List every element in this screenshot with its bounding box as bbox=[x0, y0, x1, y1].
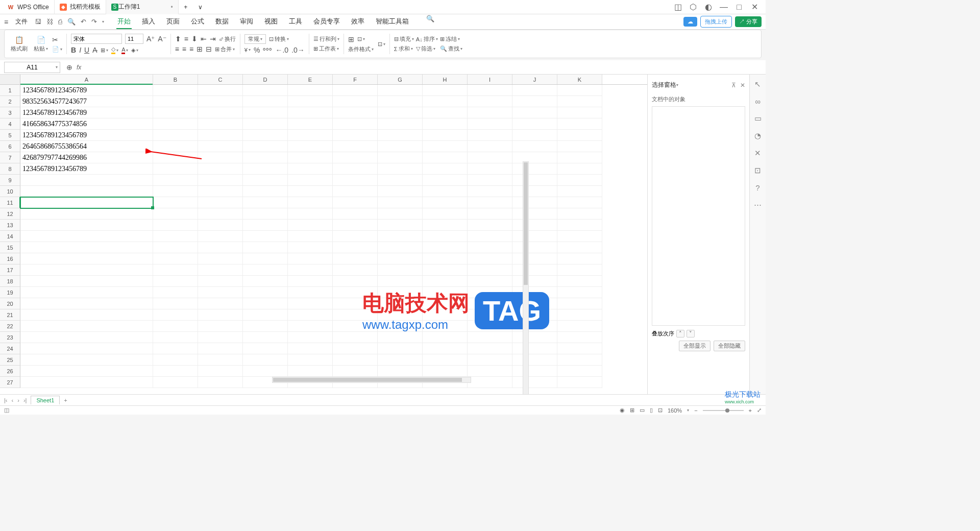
tab-page[interactable]: 页面 bbox=[165, 15, 181, 29]
cell-G7[interactable] bbox=[378, 152, 423, 163]
align-right-icon[interactable]: ≡ bbox=[189, 45, 193, 53]
sheet-nav-last[interactable]: ›| bbox=[23, 397, 27, 403]
cell-I23[interactable] bbox=[468, 332, 512, 343]
cell-A3[interactable]: 123456789123456789 bbox=[20, 107, 153, 118]
cell-G8[interactable] bbox=[378, 163, 423, 175]
cell-J12[interactable] bbox=[512, 208, 557, 220]
cell-K22[interactable] bbox=[557, 321, 602, 332]
cell-H19[interactable] bbox=[423, 287, 468, 298]
workbook-tab[interactable]: S 工作簿1 • bbox=[106, 0, 179, 14]
worksheet-button[interactable]: ⊞ 工作表▾ bbox=[313, 45, 339, 53]
cell-D12[interactable] bbox=[243, 208, 288, 220]
cell-A11[interactable] bbox=[20, 197, 153, 208]
cell-F6[interactable] bbox=[333, 141, 378, 152]
cell-I13[interactable] bbox=[468, 220, 512, 231]
preview-icon[interactable]: 🔍 bbox=[67, 18, 76, 26]
cell-F2[interactable] bbox=[333, 96, 378, 107]
cell-K18[interactable] bbox=[557, 276, 602, 287]
panel-close-icon[interactable]: ✕ bbox=[740, 82, 745, 89]
percent-icon[interactable]: % bbox=[254, 46, 260, 54]
cell-C6[interactable] bbox=[198, 141, 243, 152]
row-header-7[interactable]: 7 bbox=[0, 152, 20, 163]
cell-J25[interactable] bbox=[512, 354, 557, 366]
col-header-I[interactable]: I bbox=[468, 75, 512, 84]
row-header-20[interactable]: 20 bbox=[0, 298, 20, 309]
name-box-dropdown-icon[interactable]: ▾ bbox=[56, 65, 58, 69]
cell-H25[interactable] bbox=[423, 354, 468, 366]
cell-H5[interactable] bbox=[423, 130, 468, 141]
col-header-A[interactable]: A bbox=[20, 75, 153, 84]
tab-member[interactable]: 会员专享 bbox=[312, 15, 341, 29]
vertical-scrollbar[interactable] bbox=[523, 161, 529, 403]
cell-K21[interactable] bbox=[557, 309, 602, 321]
cell-E6[interactable] bbox=[288, 141, 333, 152]
spreadsheet-area[interactable]: ABCDEFGHIJK11234567891234567892983525634… bbox=[0, 75, 647, 403]
cell-H4[interactable] bbox=[423, 118, 468, 130]
zoom-slider[interactable] bbox=[703, 410, 744, 411]
copy-format-icon[interactable]: 📄▾ bbox=[52, 46, 62, 53]
cell-E25[interactable] bbox=[288, 354, 333, 366]
cell-A16[interactable] bbox=[20, 253, 153, 264]
cell-H10[interactable] bbox=[423, 186, 468, 197]
cell-G23[interactable] bbox=[378, 332, 423, 343]
cell-G13[interactable] bbox=[378, 220, 423, 231]
cell-C9[interactable] bbox=[198, 175, 243, 186]
cell-H3[interactable] bbox=[423, 107, 468, 118]
cell-K14[interactable] bbox=[557, 231, 602, 242]
cell-K10[interactable] bbox=[557, 186, 602, 197]
cell-A15[interactable] bbox=[20, 242, 153, 253]
cell-E17[interactable] bbox=[288, 264, 333, 276]
row-header-5[interactable]: 5 bbox=[0, 130, 20, 141]
cell-J22[interactable] bbox=[512, 321, 557, 332]
cond-format-button[interactable]: 条件格式▾ bbox=[348, 45, 374, 53]
cell-J24[interactable] bbox=[512, 343, 557, 354]
cell-I19[interactable] bbox=[468, 287, 512, 298]
cell-G26[interactable] bbox=[378, 366, 423, 377]
cell-J4[interactable] bbox=[512, 118, 557, 130]
sheet-nav-first[interactable]: |‹ bbox=[4, 397, 8, 403]
cell-F23[interactable] bbox=[333, 332, 378, 343]
cell-D2[interactable] bbox=[243, 96, 288, 107]
styles-icon[interactable]: ⊡▾ bbox=[378, 41, 385, 47]
indent-left-icon[interactable]: ⇤ bbox=[201, 35, 207, 43]
cell-I6[interactable] bbox=[468, 141, 512, 152]
cell-H24[interactable] bbox=[423, 343, 468, 354]
cell-F26[interactable] bbox=[333, 366, 378, 377]
stack-down-button[interactable]: ˅ bbox=[687, 330, 695, 337]
cell-E9[interactable] bbox=[288, 175, 333, 186]
cell-K1[interactable] bbox=[557, 85, 602, 96]
cell-B14[interactable] bbox=[153, 231, 198, 242]
cell-I2[interactable] bbox=[468, 96, 512, 107]
cell-G4[interactable] bbox=[378, 118, 423, 130]
cell-B12[interactable] bbox=[153, 208, 198, 220]
strikethrough-icon[interactable]: A̶ bbox=[92, 46, 97, 54]
wps-home-tab[interactable]: W WPS Office bbox=[2, 0, 55, 14]
currency-icon[interactable]: ¥▾ bbox=[244, 47, 251, 53]
cell-H14[interactable] bbox=[423, 231, 468, 242]
cell-A12[interactable] bbox=[20, 208, 153, 220]
cell-A17[interactable] bbox=[20, 264, 153, 276]
row-header-6[interactable]: 6 bbox=[0, 141, 20, 152]
cell-A4[interactable]: 416658634775374856 bbox=[20, 118, 153, 130]
slide-icon[interactable]: ▭ bbox=[754, 114, 762, 123]
cell-B15[interactable] bbox=[153, 242, 198, 253]
cell-K25[interactable] bbox=[557, 354, 602, 366]
cell-E22[interactable] bbox=[288, 321, 333, 332]
cell-D21[interactable] bbox=[243, 309, 288, 321]
cell-I14[interactable] bbox=[468, 231, 512, 242]
cell-I22[interactable] bbox=[468, 321, 512, 332]
cell-G2[interactable] bbox=[378, 96, 423, 107]
grid-view-icon[interactable]: ⊞ bbox=[630, 407, 634, 414]
col-header-F[interactable]: F bbox=[333, 75, 378, 84]
cell-H2[interactable] bbox=[423, 96, 468, 107]
col-header-G[interactable]: G bbox=[378, 75, 423, 84]
col-header-K[interactable]: K bbox=[557, 75, 602, 84]
cell-I9[interactable] bbox=[468, 175, 512, 186]
cell-F16[interactable] bbox=[333, 253, 378, 264]
border-icon[interactable]: ⊞▾ bbox=[101, 47, 108, 54]
cell-K5[interactable] bbox=[557, 130, 602, 141]
cell-A22[interactable] bbox=[20, 321, 153, 332]
cell-C7[interactable] bbox=[198, 152, 243, 163]
add-tab-button[interactable]: + bbox=[179, 0, 193, 14]
cell-G20[interactable] bbox=[378, 298, 423, 309]
